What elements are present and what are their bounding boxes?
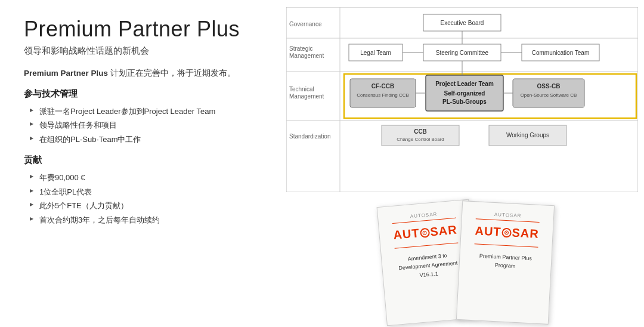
svg-text:Steering Committee: Steering Committee [436, 50, 489, 56]
svg-rect-24 [513, 79, 584, 107]
svg-rect-20 [426, 75, 503, 111]
document-2: AUTOSAR AUT⊙SAR Premium Partner PlusProg… [456, 200, 555, 325]
page-subtitle: 领导和影响战略性话题的新机会 [24, 45, 262, 57]
svg-text:Management: Management [289, 93, 324, 100]
doc1-title: Amendment 3 toDevelopment AgreementV16.1… [398, 251, 459, 282]
doc2-title: Premium Partner PlusProgram [479, 252, 532, 272]
intro-paragraph: Premium Partner Plus 计划正在完善中，将于近期发布。 [24, 67, 262, 80]
svg-rect-0 [286, 7, 638, 192]
list-item: 此外5个FTE（人力贡献） [30, 199, 262, 213]
svg-text:Governance: Governance [289, 21, 322, 27]
section1-heading: 参与技术管理 [24, 88, 262, 100]
list-item: 1位全职PL代表 [30, 185, 262, 199]
svg-text:Communication Team: Communication Team [532, 50, 590, 56]
section2-heading: 贡献 [24, 155, 262, 166]
documents-area: AUTOSAR AUT⊙SAR Amendment 3 toDevelopmen… [364, 194, 590, 322]
svg-text:Strategic: Strategic [289, 45, 312, 52]
page-title: Premium Partner Plus [24, 17, 262, 42]
right-panel: Executive Board Legal Team Steering Comm… [280, 0, 644, 327]
left-panel: Premium Partner Plus 领导和影响战略性话题的新机会 Prem… [0, 0, 280, 327]
svg-rect-33 [489, 125, 566, 146]
doc1-brand-top: AUTOSAR [410, 211, 437, 219]
doc2-brand-top: AUTOSAR [494, 212, 522, 218]
list-item: 在组织的PL-Sub-Team中工作 [30, 132, 262, 147]
svg-rect-10 [423, 44, 501, 61]
svg-rect-17 [350, 79, 416, 107]
svg-text:CF-CCB: CF-CCB [371, 83, 394, 90]
intro-bold: Premium Partner Plus [24, 69, 108, 78]
svg-text:Project Leader Team: Project Leader Team [435, 81, 494, 87]
svg-rect-8 [349, 44, 402, 61]
doc2-logo: AUT⊙SAR [475, 224, 539, 241]
svg-text:Management: Management [289, 53, 324, 59]
list-item: 派驻一名Project Leader参加到Project Leader Team [30, 104, 262, 119]
svg-text:Change Control Board: Change Control Board [397, 137, 444, 142]
svg-text:PL-Sub-Groups: PL-Sub-Groups [442, 98, 487, 105]
svg-text:Consensus Finding CCB: Consensus Finding CCB [357, 92, 409, 98]
svg-rect-30 [382, 125, 459, 146]
list-item: 首次合约期3年，之后每年自动续约 [30, 213, 262, 227]
svg-rect-16 [344, 74, 636, 118]
svg-text:Legal Team: Legal Team [360, 50, 391, 56]
svg-text:Open-Source Software CB: Open-Source Software CB [521, 92, 577, 98]
svg-text:Working Groups: Working Groups [506, 132, 549, 138]
svg-text:OSS-CB: OSS-CB [537, 83, 561, 90]
svg-text:CCB: CCB [414, 128, 427, 135]
svg-rect-12 [522, 44, 599, 61]
svg-rect-5 [423, 14, 501, 31]
svg-text:Self-organized: Self-organized [444, 90, 485, 97]
list-item: 领导战略性任务和项目 [30, 118, 262, 132]
section1-bullets: 派驻一名Project Leader参加到Project Leader Team… [24, 104, 262, 147]
svg-text:Executive Board: Executive Board [441, 20, 484, 26]
section2-bullets: 年费90,000 € 1位全职PL代表 此外5个FTE（人力贡献） 首次合约期3… [24, 171, 262, 227]
doc1-logo: AUT⊙SAR [393, 223, 458, 242]
svg-text:Technical: Technical [289, 86, 314, 92]
org-chart: Executive Board Legal Team Steering Comm… [286, 7, 638, 192]
svg-text:Standardization: Standardization [289, 133, 331, 140]
list-item: 年费90,000 € [30, 171, 262, 185]
